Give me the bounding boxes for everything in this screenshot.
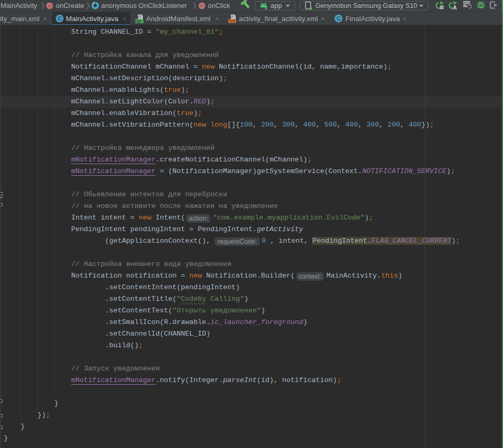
svg-text:A: A	[453, 5, 457, 10]
svg-text:m: m	[47, 3, 52, 8]
svg-text:C: C	[336, 15, 341, 22]
svg-text:C: C	[57, 15, 62, 22]
svg-text:</>: </>	[229, 20, 236, 23]
svg-text:MF: MF	[136, 20, 142, 23]
svg-text:m: m	[200, 3, 204, 8]
